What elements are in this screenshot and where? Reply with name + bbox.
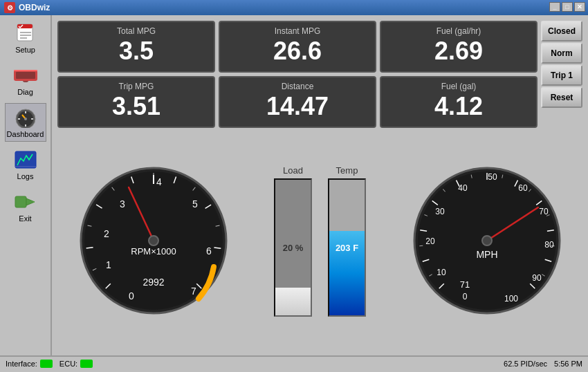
dashboard-icon: [13, 106, 38, 129]
svg-rect-7: [23, 80, 28, 81]
reset-button[interactable]: Reset: [541, 87, 582, 108]
svg-text:30: 30: [435, 207, 445, 216]
temp-gauge-text: 203 F: [336, 242, 358, 252]
gauges-area: 1 2 3 4 5 6 7 0: [57, 131, 582, 350]
svg-point-17: [24, 118, 27, 120]
sidebar: Setup Diag: [0, 15, 52, 355]
interface-label: Interface:: [6, 360, 37, 368]
fuel-gal-hr-value: 2.69: [434, 39, 483, 64]
ecu-status: ECU:: [59, 360, 93, 368]
interface-led: [40, 360, 53, 368]
sidebar-diag-label: Diag: [17, 88, 33, 96]
logs-icon: [13, 149, 38, 171]
sidebar-logs-label: Logs: [17, 172, 34, 180]
main-content: Setup Diag: [0, 15, 588, 355]
temp-gauge-outer: 203 F: [328, 178, 366, 317]
top-section: Total MPG 3.5 Instant MPG 26.6 Fuel (gal…: [57, 21, 582, 128]
svg-text:2: 2: [104, 228, 109, 239]
closed-button[interactable]: Closed: [541, 21, 582, 41]
sidebar-exit-label: Exit: [19, 214, 31, 223]
diag-icon: [13, 64, 38, 86]
svg-text:3: 3: [120, 198, 125, 210]
sidebar-setup-label: Setup: [15, 46, 35, 54]
instant-mpg-value: 26.6: [273, 39, 322, 64]
ecu-label: ECU:: [59, 360, 77, 368]
sidebar-item-exit[interactable]: Exit: [5, 187, 46, 226]
window-controls[interactable]: _ □ ✕: [549, 2, 585, 12]
svg-text:4: 4: [156, 176, 162, 187]
trip-mpg-label: Trip MPG: [119, 82, 154, 91]
instant-mpg-label: Instant MPG: [275, 26, 321, 36]
sidebar-item-dashboard[interactable]: Dashboard: [5, 103, 46, 142]
total-mpg-value: 3.5: [119, 39, 154, 64]
status-bar: Interface: ECU: 62.5 PID/sec 5:56 PM: [0, 355, 588, 371]
norm-button[interactable]: Norm: [541, 43, 582, 64]
sidebar-dashboard-label: Dashboard: [7, 130, 44, 138]
svg-text:20: 20: [425, 236, 435, 246]
app-icon: ⚙: [4, 2, 15, 13]
load-gauge-label: Load: [283, 165, 303, 176]
metric-distance: Distance 14.47: [219, 76, 376, 128]
svg-text:1: 1: [106, 259, 111, 270]
distance-label: Distance: [282, 82, 314, 91]
svg-point-51: [149, 236, 158, 245]
speed-value: 71: [459, 279, 469, 290]
trip1-button[interactable]: Trip 1: [541, 65, 582, 86]
svg-text:80: 80: [544, 240, 554, 250]
rpm-value: 2992: [143, 277, 164, 288]
title-bar: ⚙ OBDwiz _ □ ✕: [0, 0, 588, 15]
svg-text:60: 60: [518, 183, 528, 193]
svg-text:70: 70: [539, 207, 549, 216]
total-mpg-label: Total MPG: [117, 26, 156, 36]
temp-gauge-label: Temp: [336, 165, 358, 176]
metric-trip-mpg: Trip MPG 3.51: [57, 76, 215, 128]
svg-rect-8: [14, 70, 37, 71]
right-buttons: Closed Norm Trip 1 Reset: [541, 21, 582, 128]
svg-point-88: [482, 236, 492, 245]
load-gauge-fill: [275, 288, 311, 315]
window-title: OBDwiz: [19, 3, 50, 12]
bar-gauges: Load 20 % Temp 203 F: [269, 165, 371, 317]
pid-rate: 62.5 PID/sec: [504, 360, 547, 368]
fuel-gal-hr-label: Fuel (gal/hr): [437, 26, 481, 36]
ecu-led: [80, 360, 93, 368]
metric-row-2: Trip MPG 3.51 Distance 14.47 Fuel (gal) …: [57, 76, 538, 128]
metric-instant-mpg: Instant MPG 26.6: [219, 21, 376, 73]
load-gauge-outer: 20 %: [274, 178, 312, 317]
speed-gauge-svg: 0 10 20 30 40 50 60 70 80 90 100: [411, 165, 563, 317]
temp-gauge-wrapper: Temp 203 F: [323, 165, 371, 317]
current-time: 5:56 PM: [554, 360, 582, 368]
fuel-gal-value: 4.12: [434, 94, 483, 119]
svg-text:0: 0: [462, 292, 467, 301]
load-gauge-wrapper: Load 20 %: [269, 165, 318, 317]
svg-text:5: 5: [192, 198, 198, 210]
distance-value: 14.47: [266, 94, 329, 119]
dashboard-area: Total MPG 3.5 Instant MPG 26.6 Fuel (gal…: [52, 15, 588, 355]
fuel-gal-label: Fuel (gal): [441, 82, 477, 91]
speed-gauge: 0 10 20 30 40 50 60 70 80 90 100: [411, 165, 563, 317]
svg-text:100: 100: [504, 294, 517, 304]
metric-fuel-gal-hr: Fuel (gal/hr) 2.69: [380, 21, 538, 73]
metric-total-mpg: Total MPG 3.5: [57, 21, 215, 73]
sidebar-item-logs[interactable]: Logs: [5, 145, 46, 184]
sidebar-item-diag[interactable]: Diag: [5, 61, 46, 100]
rpm-gauge-svg: 1 2 3 4 5 6 7 0: [77, 165, 230, 317]
trip-mpg-value: 3.51: [112, 94, 160, 119]
svg-text:MPH: MPH: [476, 249, 497, 260]
close-button[interactable]: ✕: [574, 2, 585, 12]
svg-text:90: 90: [532, 273, 542, 283]
metric-row-1: Total MPG 3.5 Instant MPG 26.6 Fuel (gal…: [57, 21, 538, 73]
interface-status: Interface:: [6, 360, 53, 368]
maximize-button[interactable]: □: [562, 2, 573, 12]
exit-icon: [13, 191, 38, 213]
sidebar-item-setup[interactable]: Setup: [5, 19, 46, 57]
minimize-button[interactable]: _: [549, 2, 560, 12]
rpm-gauge: 1 2 3 4 5 6 7 0: [77, 165, 230, 317]
svg-text:40: 40: [458, 183, 468, 193]
metric-fuel-gal: Fuel (gal) 4.12: [380, 76, 538, 128]
svg-rect-18: [15, 151, 36, 168]
metrics-area: Total MPG 3.5 Instant MPG 26.6 Fuel (gal…: [57, 21, 538, 128]
load-gauge-text: 20 %: [283, 242, 304, 252]
setup-icon: [13, 22, 38, 44]
svg-text:10: 10: [437, 268, 446, 277]
